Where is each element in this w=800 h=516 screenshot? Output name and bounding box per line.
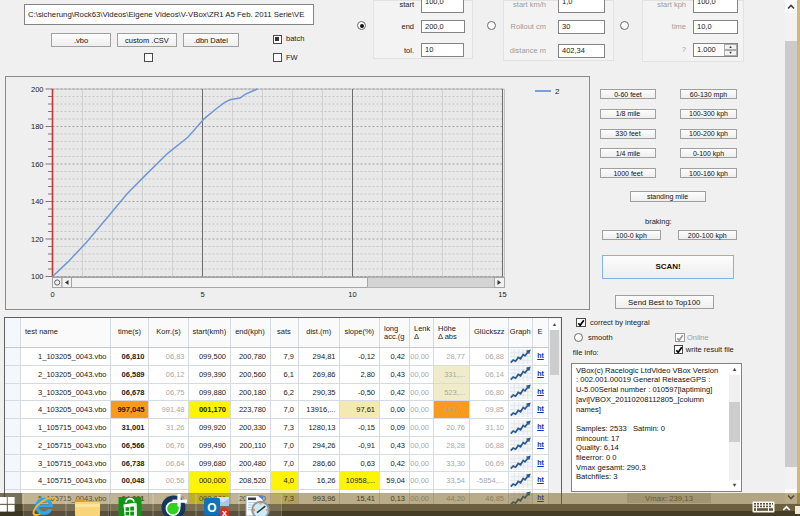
svg-text:0: 0: [50, 290, 54, 299]
svg-text:160: 160: [30, 160, 43, 169]
svg-text:2: 2: [555, 87, 560, 96]
svg-text:200: 200: [30, 85, 43, 94]
svg-text:140: 140: [30, 197, 43, 206]
svg-text:120: 120: [30, 235, 43, 244]
svg-text:5: 5: [200, 290, 204, 299]
svg-text:100: 100: [30, 272, 43, 281]
svg-text:10: 10: [348, 290, 356, 299]
svg-text:180: 180: [30, 122, 43, 131]
svg-text:x: x: [222, 508, 227, 516]
svg-text:O: O: [207, 501, 216, 515]
svg-text:15: 15: [498, 290, 506, 299]
